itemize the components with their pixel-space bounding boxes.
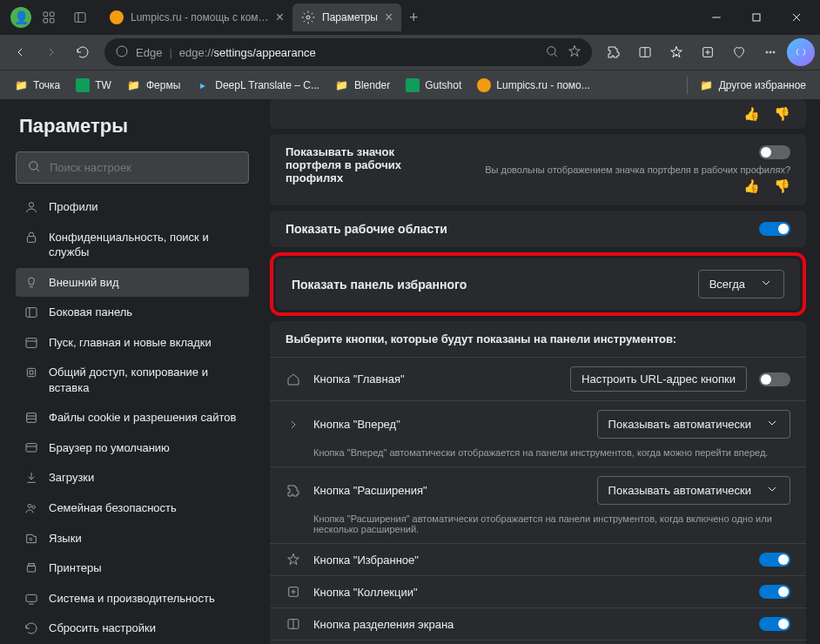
more-button[interactable] [756,37,785,67]
favorites-bar-card: Показать панель избранного Всегда [276,258,800,310]
sidebar-item-3[interactable]: Боковая панель [16,298,249,327]
collections-button-row: Кнопка "Коллекции" [270,575,806,607]
sidebar-item-6[interactable]: Файлы cookie и разрешения сайтов [16,403,249,433]
search-input[interactable] [50,161,238,174]
folder-icon: 📁 [14,78,28,92]
forward-label: Кнопка "Вперед" [313,418,585,431]
split-label: Кнопка разделения экрана [313,618,747,631]
settings-nav: ПрофилиКонфиденциальность, поиск и служб… [16,192,249,644]
page-title: Параметры [16,115,249,138]
favorites-bar-dropdown[interactable]: Всегда [698,270,784,299]
forward-button-row: Кнопка "Вперед" Показывать автоматически [270,400,806,447]
close-icon[interactable]: × [276,10,284,25]
split-screen-button[interactable] [630,37,660,67]
nav-icon [24,561,38,575]
close-icon[interactable]: × [385,10,393,25]
sidebar-item-11[interactable]: Принтеры [16,553,249,583]
maximize-button[interactable] [736,3,776,31]
extensions-dropdown[interactable]: Показывать автоматически [597,476,790,505]
favorites-label: Кнопка "Избранное" [313,553,747,567]
svg-point-24 [30,162,37,170]
sidebar-item-7[interactable]: Браузер по умолчанию [16,433,249,463]
minimize-button[interactable] [696,3,736,31]
svg-rect-3 [50,18,54,23]
sidebar-item-13[interactable]: Сбросить настройки [16,614,249,643]
browser-essentials-button[interactable] [724,37,754,67]
workspaces-icon[interactable] [35,3,63,31]
nav-label: Система и производительность [49,591,215,607]
home-url-button[interactable]: Настроить URL-адрес кнопки [570,366,747,392]
vertical-tabs-icon[interactable] [66,3,94,31]
search-icon[interactable] [545,44,559,61]
nav-icon [24,366,38,379]
refresh-button[interactable] [68,37,97,67]
briefcase-question: Вы довольны отображением значка портфеля… [453,164,790,175]
nav-label: Профили [49,199,98,215]
svg-rect-29 [26,308,37,318]
thumbs-up-icon[interactable]: 👍 [743,178,760,194]
lumpics-favicon [110,10,124,24]
bookmark-item[interactable]: Lumpics.ru - помо... [470,75,596,96]
nav-icon [24,231,38,245]
sidebar-item-8[interactable]: Загрузки [16,463,249,493]
address-bar[interactable]: Edge | edge://settings/appearance [104,38,592,66]
titlebar: 👤 Lumpics.ru - помощь с компьют × Параме… [0,0,820,35]
thumbs-down-icon[interactable]: 👎 [774,106,790,122]
sidebar-item-5[interactable]: Общий доступ, копирование и вставка [16,358,249,402]
site-icon [76,78,90,92]
svg-point-22 [770,51,771,53]
copilot-button[interactable] [787,38,815,66]
thumbs-down-icon[interactable]: 👎 [774,178,790,194]
settings-search[interactable] [16,151,249,184]
svg-point-41 [30,538,32,540]
sidebar-item-2[interactable]: Внешний вид [16,268,249,298]
profile-avatar[interactable]: 👤 [10,7,31,28]
collections-toggle[interactable] [759,585,790,599]
bookmark-item[interactable]: 📁Точка [7,75,67,96]
forward-button[interactable] [37,37,66,67]
new-tab-button[interactable]: + [401,5,426,30]
svg-rect-42 [27,566,35,572]
svg-rect-33 [27,369,35,377]
bookmark-item[interactable]: TW [69,75,118,96]
close-window-button[interactable] [776,3,817,31]
nav-label: Файлы cookie и разрешения сайтов [49,410,236,426]
back-button[interactable] [5,37,35,67]
sidebar-item-10[interactable]: Языки [16,524,249,553]
svg-rect-0 [44,12,48,17]
forward-dropdown[interactable]: Показывать автоматически [597,410,790,439]
bookmark-item[interactable]: 📁Фермы [120,75,187,96]
collections-button[interactable] [693,37,723,67]
briefcase-toggle[interactable] [759,145,790,159]
star-icon[interactable] [568,44,581,61]
gear-icon [301,10,315,24]
tab-lumpics[interactable]: Lumpics.ru - помощь с компьют × [101,3,292,31]
workspaces-title: Показать рабочие области [286,222,749,236]
extensions-button[interactable] [599,37,628,67]
favorites-toggle[interactable] [759,553,790,567]
chevron-down-icon [765,482,779,499]
workspaces-toggle[interactable] [759,222,790,236]
nav-label: Боковая панель [49,305,132,320]
home-toggle[interactable] [759,372,790,386]
split-toggle[interactable] [759,617,790,631]
nav-icon [24,471,38,485]
sidebar-item-4[interactable]: Пуск, главная и новые вкладки [16,328,249,358]
bookmark-item[interactable]: Gutshot [399,75,468,96]
svg-rect-34 [27,413,37,423]
tab-title: Lumpics.ru - помощь с компьют [131,11,269,23]
favorites-button[interactable] [662,37,691,67]
sidebar-item-12[interactable]: Система и производительность [16,584,249,614]
bookmark-item[interactable]: ▸DeepL Translate – С... [189,75,326,96]
other-bookmarks[interactable]: 📁Другое избранное [693,75,813,96]
tab-settings[interactable]: Параметры × [292,3,401,31]
star-icon [286,553,301,567]
sidebar-item-0[interactable]: Профили [16,192,249,222]
sidebar-item-1[interactable]: Конфиденциальность, поиск и службы [16,223,249,267]
bookmark-item[interactable]: 📁Blender [328,75,397,96]
svg-rect-37 [26,444,37,452]
sidebar-item-9[interactable]: Семейная безопасность [16,493,249,523]
svg-rect-27 [27,236,35,242]
site-icon [406,78,420,92]
thumbs-up-icon[interactable]: 👍 [743,106,760,122]
